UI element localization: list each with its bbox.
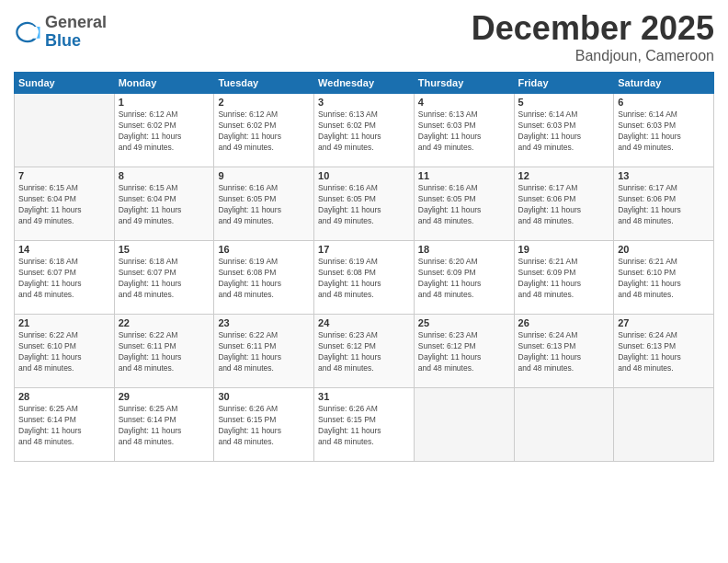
day-number: 26 [518,317,610,328]
day-info: Sunrise: 6:18 AM Sunset: 6:07 PM Dayligh… [119,257,210,301]
day-number: 17 [318,244,410,255]
title-block: December 2025 Bandjoun, Cameroon [472,9,714,64]
calendar-cell: 7Sunrise: 6:15 AM Sunset: 6:04 PM Daylig… [15,167,115,241]
day-info: Sunrise: 6:14 AM Sunset: 6:03 PM Dayligh… [618,109,710,154]
day-info: Sunrise: 6:12 AM Sunset: 6:02 PM Dayligh… [218,109,310,154]
day-info: Sunrise: 6:13 AM Sunset: 6:02 PM Dayligh… [318,109,410,154]
calendar-cell: 15Sunrise: 6:18 AM Sunset: 6:07 PM Dayli… [114,241,214,315]
location: Bandjoun, Cameroon [472,48,714,64]
calendar-cell: 25Sunrise: 6:23 AM Sunset: 6:12 PM Dayli… [414,315,514,388]
day-info: Sunrise: 6:25 AM Sunset: 6:14 PM Dayligh… [119,404,210,448]
col-thursday: Thursday [414,73,514,94]
header: General Blue December 2025 Bandjoun, Cam… [14,9,714,64]
col-friday: Friday [514,73,614,94]
week-row-1: 1Sunrise: 6:12 AM Sunset: 6:02 PM Daylig… [15,94,714,167]
calendar-cell: 24Sunrise: 6:23 AM Sunset: 6:12 PM Dayli… [314,315,415,388]
day-number: 19 [518,244,610,255]
calendar-cell [614,388,714,462]
day-number: 31 [318,391,410,402]
day-info: Sunrise: 6:15 AM Sunset: 6:04 PM Dayligh… [18,183,110,227]
day-number: 2 [218,97,310,108]
day-number: 29 [119,391,210,402]
day-number: 18 [418,244,510,255]
calendar-cell [514,388,614,462]
day-info: Sunrise: 6:24 AM Sunset: 6:13 PM Dayligh… [518,330,610,374]
day-info: Sunrise: 6:25 AM Sunset: 6:14 PM Dayligh… [18,404,110,448]
day-number: 22 [119,317,210,328]
logo-icon [14,18,41,46]
calendar-cell: 9Sunrise: 6:16 AM Sunset: 6:05 PM Daylig… [214,167,314,241]
week-row-2: 7Sunrise: 6:15 AM Sunset: 6:04 PM Daylig… [15,167,714,241]
calendar-cell: 29Sunrise: 6:25 AM Sunset: 6:14 PM Dayli… [114,388,214,462]
day-info: Sunrise: 6:13 AM Sunset: 6:03 PM Dayligh… [418,109,510,154]
header-row: Sunday Monday Tuesday Wednesday Thursday… [15,73,714,94]
page: General Blue December 2025 Bandjoun, Cam… [0,0,728,563]
week-row-3: 14Sunrise: 6:18 AM Sunset: 6:07 PM Dayli… [15,241,714,315]
day-number: 15 [119,244,210,255]
calendar-cell: 6Sunrise: 6:14 AM Sunset: 6:03 PM Daylig… [614,94,714,167]
day-info: Sunrise: 6:21 AM Sunset: 6:10 PM Dayligh… [618,257,710,301]
col-saturday: Saturday [614,73,714,94]
calendar-cell: 1Sunrise: 6:12 AM Sunset: 6:02 PM Daylig… [114,94,214,167]
calendar-cell: 23Sunrise: 6:22 AM Sunset: 6:11 PM Dayli… [214,315,314,388]
day-info: Sunrise: 6:14 AM Sunset: 6:03 PM Dayligh… [518,109,610,154]
day-number: 10 [318,170,410,181]
day-info: Sunrise: 6:12 AM Sunset: 6:02 PM Dayligh… [119,109,210,154]
calendar-cell: 13Sunrise: 6:17 AM Sunset: 6:06 PM Dayli… [614,167,714,241]
calendar-cell: 5Sunrise: 6:14 AM Sunset: 6:03 PM Daylig… [514,94,614,167]
week-row-5: 28Sunrise: 6:25 AM Sunset: 6:14 PM Dayli… [15,388,714,462]
calendar-cell: 2Sunrise: 6:12 AM Sunset: 6:02 PM Daylig… [214,94,314,167]
col-monday: Monday [114,73,214,94]
day-number: 11 [418,170,510,181]
day-info: Sunrise: 6:16 AM Sunset: 6:05 PM Dayligh… [318,183,410,227]
day-number: 9 [218,170,310,181]
day-number: 23 [218,317,310,328]
calendar-cell: 10Sunrise: 6:16 AM Sunset: 6:05 PM Dayli… [314,167,415,241]
day-number: 8 [119,170,210,181]
calendar-cell: 21Sunrise: 6:22 AM Sunset: 6:10 PM Dayli… [15,315,115,388]
day-info: Sunrise: 6:17 AM Sunset: 6:06 PM Dayligh… [618,183,710,227]
day-info: Sunrise: 6:19 AM Sunset: 6:08 PM Dayligh… [318,257,410,301]
day-number: 25 [418,317,510,328]
calendar-cell [414,388,514,462]
day-info: Sunrise: 6:22 AM Sunset: 6:10 PM Dayligh… [18,330,110,374]
calendar-cell: 30Sunrise: 6:26 AM Sunset: 6:15 PM Dayli… [214,388,314,462]
day-info: Sunrise: 6:26 AM Sunset: 6:15 PM Dayligh… [218,404,310,448]
day-info: Sunrise: 6:23 AM Sunset: 6:12 PM Dayligh… [318,330,410,374]
day-number: 28 [18,391,110,402]
day-info: Sunrise: 6:22 AM Sunset: 6:11 PM Dayligh… [119,330,210,374]
day-info: Sunrise: 6:23 AM Sunset: 6:12 PM Dayligh… [418,330,510,374]
calendar-table: Sunday Monday Tuesday Wednesday Thursday… [14,72,714,462]
day-info: Sunrise: 6:16 AM Sunset: 6:05 PM Dayligh… [218,183,310,227]
calendar-cell: 20Sunrise: 6:21 AM Sunset: 6:10 PM Dayli… [614,241,714,315]
month-title: December 2025 [472,9,714,48]
day-info: Sunrise: 6:16 AM Sunset: 6:05 PM Dayligh… [418,183,510,227]
day-number: 14 [18,244,110,255]
calendar-cell: 3Sunrise: 6:13 AM Sunset: 6:02 PM Daylig… [314,94,415,167]
day-info: Sunrise: 6:17 AM Sunset: 6:06 PM Dayligh… [518,183,610,227]
calendar-cell [15,94,115,167]
day-info: Sunrise: 6:24 AM Sunset: 6:13 PM Dayligh… [618,330,710,374]
calendar-cell: 8Sunrise: 6:15 AM Sunset: 6:04 PM Daylig… [114,167,214,241]
day-number: 30 [218,391,310,402]
day-number: 16 [218,244,310,255]
day-number: 4 [418,97,510,108]
day-number: 13 [618,170,710,181]
calendar-cell: 14Sunrise: 6:18 AM Sunset: 6:07 PM Dayli… [15,241,115,315]
day-number: 27 [618,317,710,328]
day-number: 6 [618,97,710,108]
calendar-cell: 22Sunrise: 6:22 AM Sunset: 6:11 PM Dayli… [114,315,214,388]
calendar-cell: 27Sunrise: 6:24 AM Sunset: 6:13 PM Dayli… [614,315,714,388]
day-info: Sunrise: 6:15 AM Sunset: 6:04 PM Dayligh… [119,183,210,227]
day-number: 1 [119,97,210,108]
day-info: Sunrise: 6:22 AM Sunset: 6:11 PM Dayligh… [218,330,310,374]
calendar-cell: 26Sunrise: 6:24 AM Sunset: 6:13 PM Dayli… [514,315,614,388]
calendar-cell: 17Sunrise: 6:19 AM Sunset: 6:08 PM Dayli… [314,241,415,315]
day-info: Sunrise: 6:26 AM Sunset: 6:15 PM Dayligh… [318,404,410,448]
day-number: 7 [18,170,110,181]
logo-blue: Blue [45,32,107,51]
week-row-4: 21Sunrise: 6:22 AM Sunset: 6:10 PM Dayli… [15,315,714,388]
day-number: 3 [318,97,410,108]
calendar-cell: 4Sunrise: 6:13 AM Sunset: 6:03 PM Daylig… [414,94,514,167]
day-info: Sunrise: 6:21 AM Sunset: 6:09 PM Dayligh… [518,257,610,301]
